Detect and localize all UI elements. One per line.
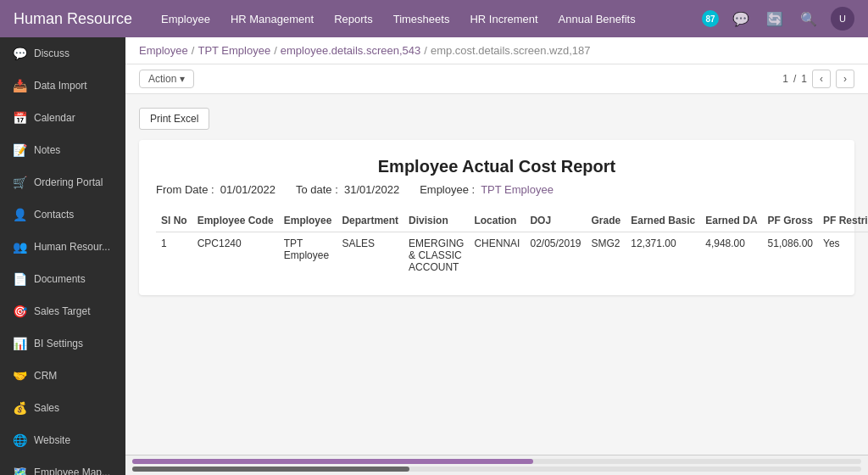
refresh-icon[interactable]: 🔄 [763, 8, 787, 31]
table-cell: SMG2 [587, 232, 626, 279]
nav-items: Employee HR Management Reports Timesheet… [153, 8, 702, 31]
breadcrumb-employee[interactable]: Employee [139, 44, 188, 57]
sidebar-item-discuss[interactable]: 💬 Discuss [0, 37, 125, 70]
nav-hr-increment[interactable]: HR Increment [461, 8, 546, 31]
col-pf-restrict: PF Restrict [818, 210, 868, 232]
employee-name-link[interactable]: TPT Employee [481, 183, 554, 196]
brand-title: Human Resource [14, 10, 132, 28]
discuss-icon: 💬 [12, 46, 27, 61]
breadcrumb-tpt-employee[interactable]: TPT Employee [198, 44, 270, 57]
to-date-value: 31/01/2022 [344, 183, 399, 196]
nav-hr-management[interactable]: HR Management [222, 8, 322, 31]
sidebar-item-employee-map[interactable]: 🗺️ Employee Map... [0, 456, 125, 475]
sidebar-label-human-resource: Human Resour... [34, 241, 110, 253]
breadcrumb-sep2: / [274, 44, 277, 57]
sidebar-label-website: Website [34, 434, 70, 446]
top-navigation: Human Resource Employee HR Management Re… [0, 0, 868, 37]
notification-badge[interactable]: 87 [702, 10, 719, 27]
breadcrumb-sep3: / [424, 44, 427, 57]
table-cell: Yes [818, 232, 868, 279]
print-excel-button[interactable]: Print Excel [139, 108, 209, 130]
scrollbar-thumb-1[interactable] [132, 459, 533, 464]
col-grade: Grade [587, 210, 626, 232]
report-wrapper: Print Excel Employee Actual Cost Report … [125, 94, 868, 455]
action-label: Action [148, 73, 176, 85]
documents-icon: 📄 [12, 271, 27, 287]
sidebar-item-website[interactable]: 🌐 Website [0, 424, 125, 456]
col-earned-da: Earned DA [700, 210, 762, 232]
table-cell: 4,948.00 [700, 232, 762, 279]
sidebar-item-ordering-portal[interactable]: 🛒 Ordering Portal [0, 166, 125, 198]
table-cell: TPT Employee [279, 232, 337, 279]
sidebar-item-sales[interactable]: 💰 Sales [0, 392, 125, 424]
search-icon[interactable]: 🔍 [797, 8, 821, 31]
ordering-portal-icon: 🛒 [12, 175, 27, 190]
col-emp-code: Employee Code [192, 210, 279, 232]
table-cell: 1 [156, 232, 192, 279]
to-date-label: To date : 31/01/2022 [296, 183, 399, 196]
nav-annual-benefits[interactable]: Annual Benefits [550, 8, 644, 31]
table-cell: SALES [337, 232, 403, 279]
sidebar-item-sales-target[interactable]: 🎯 Sales Target [0, 295, 125, 327]
sidebar-label-sales-target: Sales Target [34, 305, 91, 317]
scrollbar-track-2[interactable] [132, 467, 861, 472]
breadcrumb: Employee / TPT Employee / employee.detai… [139, 44, 591, 57]
pagination-current: 1 [782, 73, 788, 85]
crm-icon: 🤝 [12, 368, 27, 383]
nav-reports[interactable]: Reports [326, 8, 381, 31]
prev-page-button[interactable]: ‹ [812, 70, 831, 88]
breadcrumb-bar: Employee / TPT Employee / employee.detai… [125, 37, 868, 64]
sales-target-icon: 🎯 [12, 304, 27, 319]
sidebar-label-crm: CRM [34, 370, 57, 382]
col-sl-no: Sl No [156, 210, 192, 232]
col-division: Division [403, 210, 469, 232]
scrollbar-area [125, 455, 868, 475]
sidebar-item-human-resource[interactable]: 👥 Human Resour... [0, 231, 125, 263]
sidebar-item-notes[interactable]: 📝 Notes [0, 134, 125, 166]
scrollbar-thumb-2[interactable] [132, 467, 409, 472]
scrollbar-track-1[interactable] [132, 459, 861, 464]
sidebar-label-documents: Documents [34, 273, 86, 285]
next-page-button[interactable]: › [836, 70, 854, 88]
breadcrumb-screen-543[interactable]: employee.details.screen,543 [281, 44, 421, 57]
table-cell: 12,371.00 [626, 232, 700, 279]
to-label-text: To date : [296, 183, 338, 196]
col-doj: DOJ [525, 210, 586, 232]
employee-label: Employee : TPT Employee [420, 183, 554, 196]
notes-icon: 📝 [12, 142, 27, 158]
chevron-down-icon: ▾ [180, 73, 185, 85]
contacts-icon: 👤 [12, 207, 27, 222]
sidebar-item-crm[interactable]: 🤝 CRM [0, 360, 125, 392]
action-dropdown[interactable]: Action ▾ [139, 70, 194, 88]
chat-icon[interactable]: 💬 [729, 8, 753, 31]
website-icon: 🌐 [12, 433, 27, 448]
sidebar-label-employee-map: Employee Map... [34, 467, 110, 475]
table-cell: 02/05/2019 [525, 232, 586, 279]
sidebar-item-contacts[interactable]: 👤 Contacts [0, 198, 125, 231]
sidebar-item-bi-settings[interactable]: 📊 BI Settings [0, 327, 125, 360]
breadcrumb-sep1: / [192, 44, 195, 57]
sidebar-label-sales: Sales [34, 402, 59, 414]
nav-right: 87 💬 🔄 🔍 U [702, 7, 854, 31]
sidebar-label-calendar: Calendar [34, 112, 75, 124]
main-layout: 💬 Discuss 📥 Data Import 📅 Calendar 📝 Not… [0, 37, 868, 475]
nav-employee[interactable]: Employee [153, 8, 219, 31]
report-meta: From Date : 01/01/2022 To date : 31/01/2… [156, 183, 837, 196]
col-pf-gross: PF Gross [763, 210, 818, 232]
sidebar: 💬 Discuss 📥 Data Import 📅 Calendar 📝 Not… [0, 37, 125, 475]
col-employee: Employee [279, 210, 337, 232]
sidebar-item-documents[interactable]: 📄 Documents [0, 263, 125, 295]
pagination: 1 / 1 ‹ › [782, 70, 854, 88]
content-area: Employee / TPT Employee / employee.detai… [125, 37, 868, 475]
report-title: Employee Actual Cost Report [156, 157, 837, 176]
nav-timesheets[interactable]: Timesheets [385, 8, 459, 31]
pagination-total: 1 [801, 73, 807, 85]
sidebar-item-calendar[interactable]: 📅 Calendar [0, 102, 125, 134]
table-cell: CPC1240 [192, 232, 279, 279]
sidebar-item-data-import[interactable]: 📥 Data Import [0, 70, 125, 102]
sidebar-label-notes: Notes [34, 144, 60, 156]
breadcrumb-current: emp.cost.details.screen.wzd,187 [431, 44, 591, 57]
user-avatar[interactable]: U [831, 7, 854, 31]
from-date-value: 01/01/2022 [220, 183, 275, 196]
sidebar-label-discuss: Discuss [34, 48, 70, 59]
